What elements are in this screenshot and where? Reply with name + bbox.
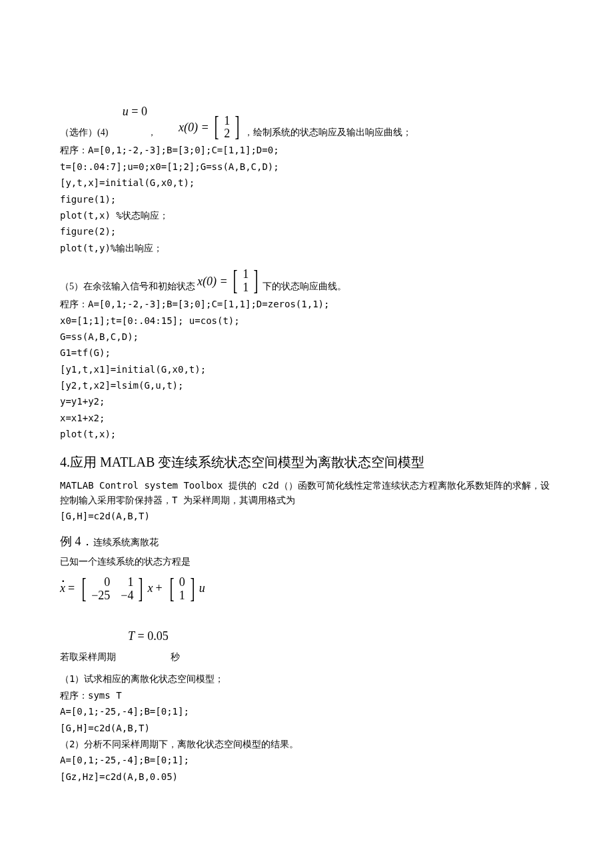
matrix-val: 1	[224, 115, 230, 128]
matrix-col: 1 −4	[121, 576, 133, 603]
code-line: 程序：A=[0,1;-2,-3];B=[3;0];C=[1,1];D=zeros…	[60, 297, 553, 311]
code-line: [y1,t,x1]=initial(G,x0,t);	[60, 362, 553, 377]
left-bracket-icon: [	[233, 266, 238, 294]
code-line: plot(t,x) %状态响应；	[60, 208, 553, 223]
code-line: x=x1+x2;	[60, 411, 553, 425]
left-bracket-icon: [	[82, 574, 87, 602]
matrix-val: 1	[243, 281, 249, 295]
code-line: figure(1);	[60, 192, 553, 207]
ex4-line2-prefix: 若取采样周期	[60, 650, 116, 665]
ex4-line2-suffix: 秒	[169, 650, 181, 665]
example-4-rest: 连续系统离散花	[93, 537, 159, 547]
comma: ，	[147, 125, 157, 140]
matrix-col: 0 −25	[91, 576, 110, 603]
code-line: figure(2);	[60, 224, 553, 239]
state-equation: x = [ 0 −25 1 −4 ] x + [ 0 1 ] u	[60, 574, 553, 602]
code-line: （1）试求相应的离散化状态空间模型；	[60, 671, 553, 686]
section-4-body: MATLAB Control system Toolbox 提供的 c2d（）函…	[60, 478, 553, 508]
problem-5-prefix: （5）在余弦输入信号和初始状态	[60, 279, 195, 294]
section-4-title: 4.应用 MATLAB 变连续系统状态空间模型为离散状态空间模型	[60, 451, 553, 473]
code-line: plot(t,y)%输出响应；	[60, 241, 553, 255]
eq-eq-sign: =	[129, 105, 141, 118]
code-line: G1=tf(G);	[60, 345, 553, 360]
left-bracket-icon: [	[169, 574, 174, 602]
code-line: plot(t,x);	[60, 427, 553, 441]
x0-lhs: x	[197, 272, 203, 291]
right-bracket-icon: ]	[254, 266, 259, 294]
right-bracket-icon: ]	[190, 574, 195, 602]
eq-zero: 0	[141, 105, 147, 118]
T-val: 0.05	[147, 629, 169, 643]
example-4-label: 例 4．	[60, 535, 93, 548]
code-line: [y2,t,x2]=lsim(G,u,t);	[60, 378, 553, 393]
matrix-val: 2	[224, 127, 230, 141]
code-line: A=[0,1;-25,-4];B=[0;1];	[60, 753, 553, 767]
code-line: y=y1+y2;	[60, 394, 553, 409]
matrix-val: 1	[179, 589, 185, 603]
ex4-line2: 若取采样周期 T = 0.05 秒	[60, 607, 553, 665]
code-line: [G,H]=c2d(A,B,T)	[60, 721, 553, 735]
code-line: A=[0,1;-25,-4];B=[0;1];	[60, 704, 553, 719]
x-var: x	[147, 579, 153, 598]
matrix-col: 1 2	[224, 115, 230, 141]
x0-paren: (0) =	[203, 272, 231, 291]
matrix-val: −25	[91, 589, 110, 603]
left-bracket-icon: [	[215, 112, 219, 140]
x-dot: x	[60, 579, 65, 598]
right-bracket-icon: ]	[235, 112, 240, 140]
B-matrix: [ 0 1 ]	[167, 575, 197, 603]
plus-sign: +	[155, 579, 162, 598]
code-line: t=[0:.04:7];u=0;x0=[1;2];G=ss(A,B,C,D);	[60, 159, 553, 174]
example-4-title: 例 4．连续系统离散花	[60, 532, 553, 551]
eq-u-zero: u = 0	[111, 83, 147, 140]
problem-5-suffix: 下的状态响应曲线。	[263, 279, 346, 294]
matrix-val: 1	[127, 576, 133, 589]
right-bracket-icon: ]	[139, 574, 143, 602]
ex4-line1: 已知一个连续系统的状态方程是	[60, 554, 553, 569]
equals-sign: =	[68, 579, 75, 598]
code-line: （2）分析不同采样周期下，离散化状态空间模型的结果。	[60, 737, 553, 751]
code-line: 程序：syms T	[60, 688, 553, 703]
matrix-val: 1	[243, 268, 249, 281]
u-var: u	[199, 579, 205, 598]
eq-sign: =	[135, 629, 147, 643]
problem-5-line: （5）在余弦输入信号和初始状态 x(0) = [ 1 1 ] 下的状态响应曲线。	[60, 266, 553, 294]
code-line: x0=[1;1];t=[0:.04:15]; u=cos(t);	[60, 313, 553, 328]
section-4-body: [G,H]=c2d(A,B,T)	[60, 509, 553, 523]
x0-lhs: x	[179, 118, 184, 137]
matrix-col: 0 1	[179, 576, 185, 603]
A-matrix: [ 0 −25 1 −4 ]	[79, 575, 145, 603]
code-line: G=ss(A,B,C,D);	[60, 329, 553, 344]
T-var: T	[128, 629, 135, 643]
problem-4-line: （选作）(4) u = 0 ， x(0) = [ 1 2 ] ，绘制系统的状态响…	[60, 83, 553, 140]
matrix-val: 0	[179, 576, 185, 589]
eq-u: u	[123, 105, 129, 118]
matrix-col: 1 1	[243, 268, 249, 295]
x0-matrix-1: x(0) = [ 1 2 ]	[179, 113, 242, 141]
problem-4-prefix: （选作）(4)	[60, 125, 111, 140]
problem-4-suffix: ，绘制系统的状态响应及输出响应曲线；	[244, 125, 412, 140]
T-eq: T = 0.05	[116, 607, 169, 665]
code-line: [y,t,x]=initial(G,x0,t);	[60, 175, 553, 190]
x0-paren: (0) =	[184, 118, 212, 137]
code-line: [Gz,Hz]=c2d(A,B,0.05)	[60, 769, 553, 784]
matrix-val: 0	[104, 576, 110, 589]
matrix-val: −4	[121, 589, 133, 603]
code-line: 程序：A=[0,1;-2,-3];B=[3;0];C=[1,1];D=0;	[60, 143, 553, 157]
x0-matrix-2: x(0) = [ 1 1 ]	[197, 267, 261, 295]
